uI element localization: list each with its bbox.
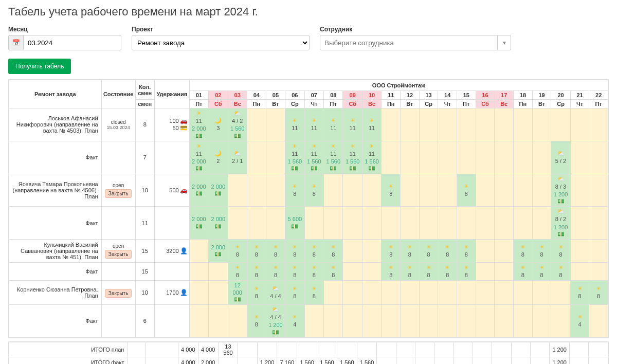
day-cell[interactable]	[438, 281, 457, 305]
day-cell[interactable]: ☀8	[532, 240, 551, 263]
day-cell[interactable]	[382, 108, 401, 141]
day-cell[interactable]: ☀8	[589, 281, 608, 305]
day-cell[interactable]: ☀11	[343, 108, 362, 141]
day-cell[interactable]	[382, 281, 401, 305]
day-cell[interactable]: ☀111 560💵	[285, 141, 304, 174]
day-cell[interactable]	[476, 304, 495, 337]
day-cell[interactable]	[419, 141, 438, 174]
day-cell[interactable]	[266, 141, 285, 174]
day-cell[interactable]	[401, 174, 420, 207]
day-cell[interactable]	[343, 174, 362, 207]
day-cell[interactable]: ☀4	[285, 304, 304, 337]
day-cell[interactable]: ☀8	[551, 240, 570, 263]
day-cell[interactable]: ⛅8 / 21 200💵	[551, 207, 570, 240]
day-cell[interactable]: ☀8	[382, 240, 401, 263]
day-cell[interactable]: ☀8	[228, 240, 247, 263]
day-cell[interactable]	[304, 304, 323, 337]
day-cell[interactable]: ☀8	[438, 240, 457, 263]
day-cell[interactable]	[189, 304, 208, 337]
day-cell[interactable]	[438, 108, 457, 141]
day-cell[interactable]: ☀8	[266, 263, 285, 281]
day-cell[interactable]: ☀8	[532, 263, 551, 281]
day-cell[interactable]	[495, 141, 514, 174]
day-cell[interactable]	[362, 263, 381, 281]
day-cell[interactable]	[438, 304, 457, 337]
close-button[interactable]: Закрыть	[105, 250, 132, 259]
day-cell[interactable]	[247, 141, 266, 174]
day-cell[interactable]	[343, 263, 362, 281]
day-cell[interactable]	[532, 207, 551, 240]
day-cell[interactable]: ☀8	[514, 240, 533, 263]
day-cell[interactable]	[401, 141, 420, 174]
day-cell[interactable]	[343, 304, 362, 337]
day-cell[interactable]: ☀8	[247, 281, 266, 305]
day-cell[interactable]: ☀8	[457, 263, 476, 281]
day-cell[interactable]	[551, 281, 570, 305]
day-cell[interactable]: ☀8	[324, 240, 343, 263]
day-cell[interactable]	[495, 240, 514, 263]
calendar-icon[interactable]: 📅	[8, 35, 24, 50]
day-cell[interactable]: 2 000💵	[189, 174, 208, 207]
day-cell[interactable]	[362, 281, 381, 305]
day-cell[interactable]	[228, 304, 247, 337]
day-cell[interactable]	[419, 108, 438, 141]
day-cell[interactable]	[495, 263, 514, 281]
day-cell[interactable]	[589, 108, 608, 141]
close-button[interactable]: Закрыть	[105, 289, 132, 298]
day-cell[interactable]: 2 000💵	[209, 240, 228, 263]
day-cell[interactable]	[476, 240, 495, 263]
day-cell[interactable]	[570, 207, 589, 240]
day-cell[interactable]: ⛅4 / 41 200💵	[266, 304, 285, 337]
day-cell[interactable]	[495, 174, 514, 207]
day-cell[interactable]	[570, 240, 589, 263]
day-cell[interactable]	[247, 174, 266, 207]
day-cell[interactable]	[514, 304, 533, 337]
day-cell[interactable]: ☀8	[324, 263, 343, 281]
day-cell[interactable]	[457, 304, 476, 337]
day-cell[interactable]	[324, 304, 343, 337]
day-cell[interactable]	[589, 141, 608, 174]
day-cell[interactable]	[532, 174, 551, 207]
day-cell[interactable]	[401, 281, 420, 305]
day-cell[interactable]: ☀111 560💵	[362, 141, 381, 174]
day-cell[interactable]: ☀8	[247, 263, 266, 281]
day-cell[interactable]: ☀8	[304, 174, 323, 207]
day-cell[interactable]: ☀8	[304, 240, 323, 263]
day-cell[interactable]	[419, 174, 438, 207]
day-cell[interactable]: ☀112 000💵	[189, 108, 208, 141]
day-cell[interactable]: ☀8	[285, 240, 304, 263]
day-cell[interactable]: ☀8	[382, 263, 401, 281]
day-cell[interactable]: 2 000💵	[209, 174, 228, 207]
day-cell[interactable]: ☀112 000💵	[189, 141, 208, 174]
day-cell[interactable]	[266, 108, 285, 141]
day-cell[interactable]	[589, 174, 608, 207]
day-cell[interactable]	[324, 281, 343, 305]
day-cell[interactable]	[362, 174, 381, 207]
day-cell[interactable]	[476, 174, 495, 207]
get-timesheet-button[interactable]: Получить табель	[8, 59, 71, 74]
day-cell[interactable]	[457, 281, 476, 305]
day-cell[interactable]	[419, 304, 438, 337]
day-cell[interactable]: ☀8	[266, 240, 285, 263]
day-cell[interactable]	[401, 108, 420, 141]
day-cell[interactable]	[532, 108, 551, 141]
day-cell[interactable]: 2 000💵	[189, 207, 208, 240]
day-cell[interactable]	[343, 281, 362, 305]
day-cell[interactable]: ⛅4 / 21 560💵	[228, 108, 247, 141]
day-cell[interactable]	[343, 207, 362, 240]
day-cell[interactable]: ⛅5 / 2	[551, 141, 570, 174]
day-cell[interactable]	[514, 207, 533, 240]
day-cell[interactable]	[419, 281, 438, 305]
day-cell[interactable]: ☀111 560💵	[343, 141, 362, 174]
day-cell[interactable]	[495, 304, 514, 337]
day-cell[interactable]: ☀111 560💵	[304, 141, 323, 174]
day-cell[interactable]	[209, 304, 228, 337]
day-cell[interactable]	[438, 207, 457, 240]
day-cell[interactable]	[570, 141, 589, 174]
chevron-down-icon[interactable]: ▾	[498, 35, 511, 50]
day-cell[interactable]	[570, 174, 589, 207]
day-cell[interactable]	[362, 240, 381, 263]
day-cell[interactable]	[476, 281, 495, 305]
day-cell[interactable]: ⛅8 / 31 200💵	[551, 174, 570, 207]
day-cell[interactable]: ☀8	[285, 281, 304, 305]
